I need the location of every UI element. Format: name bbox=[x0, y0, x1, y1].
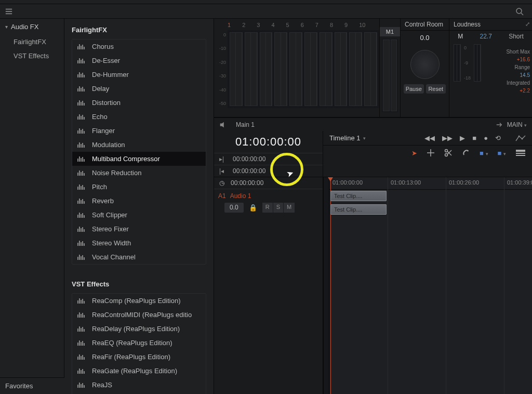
clip-1[interactable]: Test Clip.... bbox=[330, 191, 387, 201]
fx-item[interactable]: Vocal Channel bbox=[72, 250, 206, 264]
link-tool[interactable] bbox=[462, 149, 470, 157]
fx-item[interactable]: Distortion bbox=[72, 96, 206, 110]
fx-item[interactable]: Echo bbox=[72, 110, 206, 124]
favorites-label[interactable]: Favorites bbox=[0, 377, 64, 394]
reset-button[interactable]: Reset bbox=[426, 84, 446, 94]
rewind-button[interactable]: ◀◀ bbox=[424, 134, 435, 142]
view-options[interactable] bbox=[515, 149, 526, 156]
transport-row: 01:00:00:00 ▸| 00:00:00:00 |◂ 00:00:00:0… bbox=[214, 131, 532, 177]
control-room-knob[interactable] bbox=[410, 50, 440, 79]
fx-item[interactable]: Flanger bbox=[72, 124, 206, 138]
meter-channel-numbers: 12345678910 bbox=[216, 22, 379, 28]
solo-button[interactable]: S bbox=[273, 203, 283, 213]
control-room-value: 0.0 bbox=[401, 31, 449, 45]
pause-button[interactable]: Pause bbox=[404, 84, 424, 94]
fx-item[interactable]: Modulation bbox=[72, 138, 206, 152]
fx-item[interactable]: Stereo Width bbox=[72, 236, 206, 250]
expand-icon[interactable]: ⤢ bbox=[525, 21, 530, 28]
forward-button[interactable]: ▶▶ bbox=[442, 134, 453, 142]
fx-section-vst-title: VST Effects bbox=[64, 273, 214, 293]
skip-next-icon[interactable]: ▸| bbox=[219, 155, 227, 163]
loudness-short-label: Short bbox=[509, 33, 524, 40]
play-button[interactable]: ▶ bbox=[460, 134, 465, 142]
svg-point-3 bbox=[516, 8, 522, 14]
timecode-in[interactable]: 00:00:00:00 bbox=[233, 155, 265, 163]
razor-tool[interactable] bbox=[444, 149, 453, 157]
timeline-ruler[interactable]: 01:00:00:0001:00:13:0001:00:26:0001:00:3… bbox=[329, 177, 532, 190]
timeline[interactable]: 01:00:00:0001:00:13:0001:00:26:0001:00:3… bbox=[329, 177, 532, 394]
timecode-dur-row: ◷ 00:00:00:00 bbox=[214, 177, 323, 189]
svg-rect-14 bbox=[516, 150, 525, 152]
speaker-icon[interactable] bbox=[219, 121, 227, 128]
timecode-main[interactable]: 01:00:00:00 bbox=[214, 131, 323, 153]
monitor-main1[interactable]: Main 1 bbox=[236, 121, 255, 128]
marker-tool[interactable] bbox=[427, 149, 435, 157]
loudness-meter-2 bbox=[474, 44, 481, 82]
fx-item[interactable]: Pitch bbox=[72, 180, 206, 194]
fx-item[interactable]: ReaStream (ReaPlugs Edition) bbox=[72, 392, 206, 394]
list-icon[interactable] bbox=[5, 8, 12, 15]
record-button[interactable]: ● bbox=[484, 134, 488, 142]
stop-button[interactable]: ■ bbox=[472, 134, 476, 142]
track-controls: 0.0 🔒 R S M bbox=[214, 203, 323, 216]
transport-buttons: ◀◀ ▶▶ ▶ ■ ● ⟲ bbox=[424, 134, 526, 142]
fx-item[interactable]: ReaEQ (ReaPlugs Edition) bbox=[72, 336, 206, 350]
fx-list-fairlight: ChorusDe-EsserDe-HummerDelayDistortionEc… bbox=[72, 39, 206, 265]
mute-button[interactable]: M bbox=[284, 203, 295, 213]
automation-icon[interactable] bbox=[515, 135, 526, 142]
track-meter-strip bbox=[323, 177, 329, 394]
monitor-main-dropdown[interactable]: MAIN ▾ bbox=[507, 121, 527, 128]
m1-meter: M1 bbox=[379, 19, 400, 117]
left-sidebar: ▾ Audio FX FairlightFX VST Effects bbox=[0, 19, 64, 394]
svg-rect-16 bbox=[516, 155, 525, 156]
fx-item[interactable]: ReaControlMIDI (ReaPlugs editio bbox=[72, 308, 206, 322]
lock-icon[interactable]: 🔒 bbox=[247, 203, 259, 213]
search-icon[interactable] bbox=[515, 7, 524, 16]
fx-item[interactable]: Multiband Compressor bbox=[72, 152, 206, 166]
fx-item[interactable]: Noise Reduction bbox=[72, 166, 206, 180]
fx-item[interactable]: Chorus bbox=[72, 40, 206, 54]
fx-item[interactable]: Soft Clipper bbox=[72, 208, 206, 222]
fx-item[interactable]: Stereo Fixer bbox=[72, 222, 206, 236]
fx-item[interactable]: ReaDelay (ReaPlugs Edition) bbox=[72, 322, 206, 336]
timeline-dropdown[interactable]: Timeline 1▾ bbox=[329, 134, 366, 142]
track-meters: 12345678910 0-10-20-30-40-50 bbox=[214, 19, 379, 117]
control-room: Control Room 0.0 Pause Reset bbox=[400, 19, 449, 117]
svg-marker-5 bbox=[220, 122, 224, 127]
timecode-out-row: |◂ 00:00:00:00 bbox=[214, 165, 323, 177]
track-a1-label: A1 bbox=[218, 192, 226, 200]
sidebar-item-fairlightfx[interactable]: FairlightFX bbox=[0, 35, 64, 49]
fx-item[interactable]: Delay bbox=[72, 82, 206, 96]
fx-item[interactable]: De-Hummer bbox=[72, 68, 206, 82]
svg-point-7 bbox=[522, 138, 523, 139]
loudness-title: Loudness bbox=[449, 19, 532, 31]
fx-item[interactable]: Reverb bbox=[72, 194, 206, 208]
arrow-right-icon bbox=[496, 121, 503, 128]
fx-section-fairlight-title: FairlightFX bbox=[64, 19, 214, 39]
flag-blue-2[interactable]: ■ ▾ bbox=[498, 149, 506, 157]
fx-item[interactable]: ReaJS bbox=[72, 378, 206, 392]
record-arm-button[interactable]: R bbox=[262, 203, 273, 213]
timecode-box: 01:00:00:00 ▸| 00:00:00:00 |◂ 00:00:00:0… bbox=[214, 131, 323, 177]
sidebar-item-vst[interactable]: VST Effects bbox=[0, 49, 64, 63]
clip-2[interactable]: Test Clip.... bbox=[330, 204, 387, 215]
fx-item[interactable]: ReaFir (ReaPlugs Edition) bbox=[72, 350, 206, 364]
fx-item[interactable]: De-Esser bbox=[72, 54, 206, 68]
chevron-down-icon: ▾ bbox=[5, 24, 8, 30]
meters-row: 12345678910 0-10-20-30-40-50 M1 Control … bbox=[214, 19, 532, 117]
track-area: ◷ 00:00:00:00 A1 Audio 1 0.0 🔒 bbox=[214, 177, 532, 394]
timecode-out[interactable]: 00:00:00:00 bbox=[233, 167, 265, 175]
meter-scale: 0-10-20-30-40-50 bbox=[216, 30, 228, 108]
sidebar-header[interactable]: ▾ Audio FX bbox=[0, 19, 64, 35]
fx-item[interactable]: ReaGate (ReaPlugs Edition) bbox=[72, 364, 206, 378]
control-room-title: Control Room bbox=[401, 19, 449, 31]
flag-blue[interactable]: ■ ▾ bbox=[480, 149, 488, 157]
track-a1-row[interactable]: A1 Audio 1 bbox=[214, 189, 323, 203]
timecode-dur[interactable]: 00:00:00:00 bbox=[231, 179, 263, 187]
fx-list-vst: ReaComp (ReaPlugs Edition)ReaControlMIDI… bbox=[72, 293, 206, 394]
track-level[interactable]: 0.0 bbox=[224, 203, 244, 213]
fx-item[interactable]: ReaComp (ReaPlugs Edition) bbox=[72, 294, 206, 308]
loop-button[interactable]: ⟲ bbox=[495, 134, 501, 142]
pointer-tool[interactable]: ➤ bbox=[411, 149, 417, 157]
skip-prev-icon[interactable]: |◂ bbox=[219, 167, 227, 175]
